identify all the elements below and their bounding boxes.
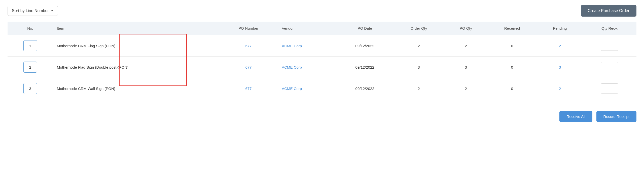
cell-pending: 2 [537, 78, 583, 99]
cell-vendor: ACME Corp [278, 57, 337, 78]
cell-po-number: 677 [219, 78, 278, 99]
header-item: Item [53, 22, 219, 35]
cell-pending: 3 [537, 57, 583, 78]
toolbar: Sort by Line Number ▾ Create Purchase Or… [8, 5, 636, 17]
header-po-qty: PO Qty [445, 22, 487, 35]
footer-actions: Receive All Record Receipt [8, 107, 636, 122]
table-wrapper: No. Item PO Number Vendor PO Date [8, 22, 636, 99]
vendor-link[interactable]: ACME Corp [282, 65, 302, 69]
cell-qty-recv [583, 57, 636, 78]
pending-link[interactable]: 2 [559, 44, 561, 48]
create-po-button[interactable]: Create Purchase Order [581, 5, 636, 17]
cell-po-qty: 2 [445, 35, 487, 57]
po-number-link[interactable]: 677 [245, 86, 252, 91]
main-table: No. Item PO Number Vendor PO Date [8, 22, 636, 99]
cell-po-date: 09/12/2022 [337, 78, 393, 99]
cell-vendor: ACME Corp [278, 35, 337, 57]
receive-all-button[interactable]: Receive All [559, 111, 592, 122]
cell-po-qty: 3 [445, 57, 487, 78]
header-po-date: PO Date [337, 22, 393, 35]
cell-pending: 2 [537, 35, 583, 57]
header-pending: Pending [537, 22, 583, 35]
record-receipt-button[interactable]: Record Receipt [596, 111, 636, 122]
cell-qty-recv [583, 78, 636, 99]
cell-item: Mothernode CRM Wall Sign (PON) [53, 78, 219, 99]
cell-po-number: 677 [219, 35, 278, 57]
cell-po-date: 09/12/2022 [337, 57, 393, 78]
cell-vendor: ACME Corp [278, 78, 337, 99]
table-row: 1 Mothernode CRM Flag Sign (PON) 677 ACM… [8, 35, 636, 57]
header-no: No. [8, 22, 53, 35]
cell-no: 1 [8, 35, 53, 57]
pending-link[interactable]: 2 [559, 86, 561, 91]
cell-no: 3 [8, 78, 53, 99]
line-number-box: 3 [23, 83, 37, 94]
chevron-down-icon: ▾ [51, 9, 53, 13]
vendor-link[interactable]: ACME Corp [282, 44, 302, 48]
table-row: 3 Mothernode CRM Wall Sign (PON) 677 ACM… [8, 78, 636, 99]
cell-order-qty: 3 [393, 57, 445, 78]
cell-po-number: 677 [219, 57, 278, 78]
po-number-link[interactable]: 677 [245, 44, 252, 48]
cell-order-qty: 2 [393, 35, 445, 57]
pending-link[interactable]: 3 [559, 65, 561, 69]
header-order-qty: Order Qty [393, 22, 445, 35]
cell-qty-recv [583, 35, 636, 57]
header-vendor: Vendor [278, 22, 337, 35]
cell-item: Mothernode Flag Sign (Double post)(PON) [53, 57, 219, 78]
line-number-box: 2 [23, 62, 37, 73]
cell-received: 0 [487, 78, 537, 99]
qty-recv-input[interactable] [601, 41, 618, 51]
po-number-link[interactable]: 677 [245, 65, 252, 69]
page-wrapper: Sort by Line Number ▾ Create Purchase Or… [0, 0, 644, 187]
table-row: 2 Mothernode Flag Sign (Double post)(PON… [8, 57, 636, 78]
cell-item: Mothernode CRM Flag Sign (PON) [53, 35, 219, 57]
qty-recv-input[interactable] [601, 83, 618, 94]
sort-label: Sort by Line Number [12, 9, 49, 13]
header-qty-recv: Qty Recv. [583, 22, 636, 35]
cell-no: 2 [8, 57, 53, 78]
sort-dropdown[interactable]: Sort by Line Number ▾ [8, 6, 58, 16]
qty-recv-input[interactable] [601, 62, 618, 72]
table-header-row: No. Item PO Number Vendor PO Date [8, 22, 636, 35]
vendor-link[interactable]: ACME Corp [282, 86, 302, 91]
cell-po-date: 09/12/2022 [337, 35, 393, 57]
cell-order-qty: 2 [393, 78, 445, 99]
cell-received: 0 [487, 35, 537, 57]
header-received: Received [487, 22, 537, 35]
header-po-number: PO Number [219, 22, 278, 35]
line-number-box: 1 [23, 40, 37, 51]
cell-po-qty: 2 [445, 78, 487, 99]
cell-received: 0 [487, 57, 537, 78]
